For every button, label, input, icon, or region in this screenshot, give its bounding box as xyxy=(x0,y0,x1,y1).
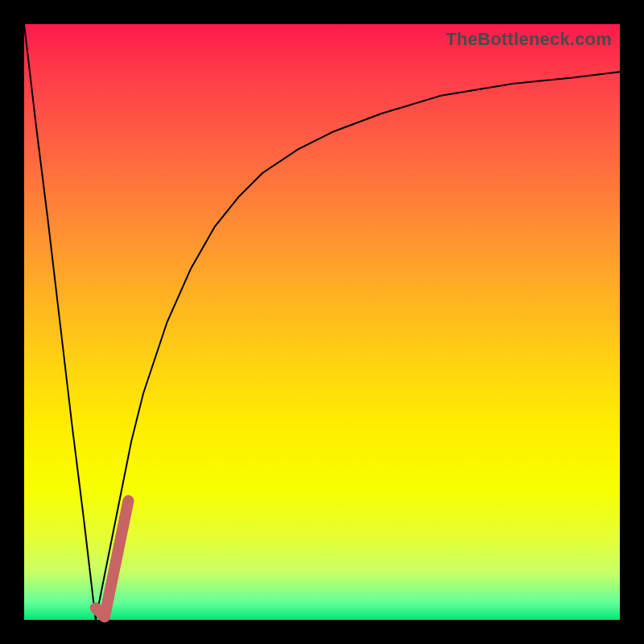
bottleneck-left-curve xyxy=(24,24,96,620)
plot-area: TheBottleneck.com xyxy=(24,24,620,620)
bottleneck-right-curve xyxy=(96,72,620,620)
chart-frame: TheBottleneck.com xyxy=(0,0,644,644)
curve-layer xyxy=(24,24,620,620)
accent-segment xyxy=(96,501,129,617)
